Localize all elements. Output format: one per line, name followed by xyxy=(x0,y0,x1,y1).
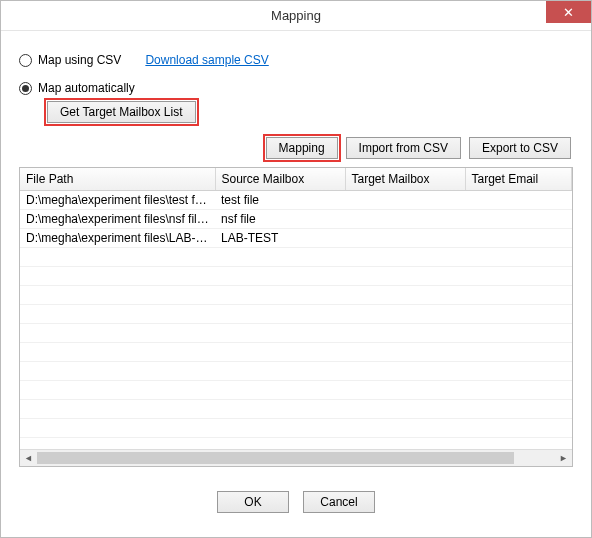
table-row[interactable]: D:\megha\experiment files\nsf file.nsf n… xyxy=(20,210,572,229)
close-icon: ✕ xyxy=(563,5,574,20)
table-row[interactable]: D:\megha\experiment files\test file.nsf … xyxy=(20,191,572,210)
table-row-empty: . xyxy=(20,324,572,343)
col-file-path[interactable]: File Path xyxy=(20,168,215,191)
download-sample-link[interactable]: Download sample CSV xyxy=(145,53,268,67)
table-container: File Path Source Mailbox Target Mailbox … xyxy=(19,167,573,467)
col-target-mailbox[interactable]: Target Mailbox xyxy=(345,168,465,191)
option-map-auto-row: Map automatically xyxy=(19,81,573,95)
option-map-csv-row: Map using CSV Download sample CSV xyxy=(19,53,573,67)
mapping-button[interactable]: Mapping xyxy=(266,137,338,159)
radio-map-csv[interactable] xyxy=(19,54,32,67)
table-row-empty: . xyxy=(20,267,572,286)
cell-target-mailbox xyxy=(345,210,465,229)
table-body: D:\megha\experiment files\test file.nsf … xyxy=(20,191,572,457)
col-source-mailbox[interactable]: Source Mailbox xyxy=(215,168,345,191)
dialog-footer: OK Cancel xyxy=(19,491,573,513)
table-row-empty: . xyxy=(20,305,572,324)
cancel-button[interactable]: Cancel xyxy=(303,491,375,513)
cell-file-path: D:\megha\experiment files\LAB-TEST... xyxy=(20,229,215,248)
close-button[interactable]: ✕ xyxy=(546,1,591,23)
scroll-left-icon[interactable]: ◄ xyxy=(20,450,37,466)
table-row[interactable]: D:\megha\experiment files\LAB-TEST... LA… xyxy=(20,229,572,248)
scroll-right-icon[interactable]: ► xyxy=(555,450,572,466)
cell-file-path: D:\megha\experiment files\nsf file.nsf xyxy=(20,210,215,229)
cell-target-email xyxy=(465,210,572,229)
radio-map-csv-label: Map using CSV xyxy=(38,53,121,67)
scroll-thumb[interactable] xyxy=(37,452,514,464)
table-row-empty: . xyxy=(20,248,572,267)
cell-source: test file xyxy=(215,191,345,210)
horizontal-scrollbar[interactable]: ◄ ► xyxy=(20,449,572,466)
table-row-empty: . xyxy=(20,343,572,362)
cell-target-email xyxy=(465,229,572,248)
cell-target-email xyxy=(465,191,572,210)
import-csv-button[interactable]: Import from CSV xyxy=(346,137,461,159)
window-title: Mapping xyxy=(271,8,321,23)
table-row-empty: . xyxy=(20,286,572,305)
radio-map-auto-label: Map automatically xyxy=(38,81,135,95)
scroll-track[interactable] xyxy=(37,450,555,466)
export-csv-button[interactable]: Export to CSV xyxy=(469,137,571,159)
table-row-empty: . xyxy=(20,362,572,381)
titlebar: Mapping ✕ xyxy=(1,1,591,31)
cell-source: LAB-TEST xyxy=(215,229,345,248)
table-row-empty: . xyxy=(20,381,572,400)
table-row-empty: . xyxy=(20,419,572,438)
cell-file-path: D:\megha\experiment files\test file.nsf xyxy=(20,191,215,210)
get-target-wrap: Get Target Mailbox List xyxy=(47,101,573,123)
cell-target-mailbox xyxy=(345,191,465,210)
table-row-empty: . xyxy=(20,400,572,419)
col-target-email[interactable]: Target Email xyxy=(465,168,572,191)
dialog-content: Map using CSV Download sample CSV Map au… xyxy=(1,31,591,513)
get-target-mailbox-button[interactable]: Get Target Mailbox List xyxy=(47,101,196,123)
radio-map-auto[interactable] xyxy=(19,82,32,95)
toolbar: Mapping Import from CSV Export to CSV xyxy=(19,137,573,159)
table-header-row: File Path Source Mailbox Target Mailbox … xyxy=(20,168,572,191)
cell-source: nsf file xyxy=(215,210,345,229)
ok-button[interactable]: OK xyxy=(217,491,289,513)
mapping-table: File Path Source Mailbox Target Mailbox … xyxy=(20,168,572,457)
cell-target-mailbox xyxy=(345,229,465,248)
